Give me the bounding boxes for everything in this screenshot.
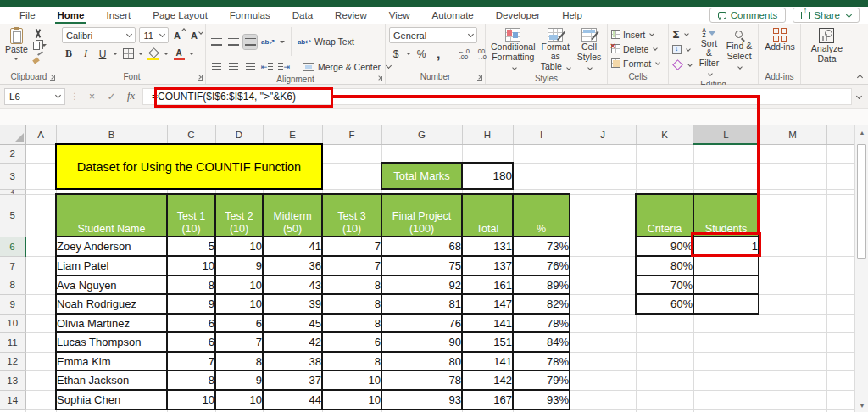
cell-K8[interactable]: 70% [636,276,693,294]
cell-J13[interactable] [570,370,636,390]
align-center-button[interactable] [226,59,240,74]
font-size-select[interactable]: 11 [139,27,169,43]
row-header-8[interactable]: 8 [0,276,25,294]
tab-developer[interactable]: Developer [485,7,551,24]
dialog-launcher-icon[interactable] [198,75,203,81]
comments-button[interactable]: Comments [709,8,787,23]
analyze-data-button[interactable]: Analyze Data [810,26,844,65]
cell-N11[interactable] [826,332,855,352]
row-header-6[interactable]: 6 [0,237,25,256]
cell-A2[interactable] [25,144,56,163]
cell-C10[interactable]: 6 [167,314,215,332]
cell-K3[interactable] [636,163,693,189]
cell-D11[interactable]: 7 [215,332,263,352]
cell-M6[interactable] [759,237,826,256]
tab-help[interactable]: Help [551,7,593,24]
cell-A14[interactable] [25,390,56,409]
cell-I7[interactable]: 76% [513,256,570,276]
cell-N14[interactable] [826,390,855,409]
header-final-project[interactable]: Final Project(100) [381,194,462,237]
increase-decimal-button[interactable]: ←.0.00 [457,47,470,61]
format-cells-button[interactable]: Format [611,57,659,70]
tab-home[interactable]: Home [47,7,96,24]
cell-G10[interactable]: 76 [381,314,462,332]
cell-J2[interactable] [570,144,636,163]
header-percent[interactable]: % [513,194,570,237]
cell-M5[interactable] [759,194,826,237]
tab-page-layout[interactable]: Page Layout [142,7,219,24]
cell-K10[interactable] [636,314,693,332]
cell-L11[interactable] [693,332,759,352]
cell-M8[interactable] [759,276,826,294]
cell-B10[interactable]: Olivia Martinez [56,314,167,332]
cell-G9[interactable]: 81 [381,294,462,314]
cell-H2[interactable] [462,144,513,163]
cell-M13[interactable] [759,370,826,390]
cell-J9[interactable] [570,294,636,314]
row-header-7[interactable]: 7 [0,256,25,276]
cell-D14[interactable]: 10 [215,390,263,409]
cell-K6[interactable]: 90% [636,237,693,256]
cell-A7[interactable] [25,256,56,276]
cell-I12[interactable]: 78% [513,352,570,370]
row-header-9[interactable]: 9 [0,294,25,314]
cell-A6[interactable] [25,237,56,256]
cell-D9[interactable]: 10 [215,294,263,314]
cell-E14[interactable]: 44 [263,390,322,409]
title-banner-cell[interactable]: Dataset for Using the COUNTIF Function [56,144,322,189]
align-bottom-button[interactable] [243,35,257,49]
cell-C14[interactable]: 10 [167,390,215,409]
dialog-launcher-icon[interactable] [477,75,482,81]
cell-E11[interactable]: 42 [263,332,322,352]
dialog-launcher-icon[interactable] [377,76,382,81]
column-header-I[interactable]: I [513,125,570,144]
cell-E12[interactable]: 38 [263,352,322,370]
cell-L7[interactable] [693,256,759,276]
column-header-C[interactable]: C [167,125,215,144]
decrease-indent-button[interactable]: ⇤ [260,59,274,74]
wrap-text-button[interactable]: ab↩Wrap Text [298,36,354,47]
cell-J14[interactable] [570,390,636,409]
enter-icon[interactable]: ✓ [103,91,120,103]
cell-B11[interactable]: Lucas Thompson [56,332,167,352]
cell-I14[interactable]: 93% [513,390,570,409]
cell-H7[interactable]: 137 [462,256,513,276]
cell-B7[interactable]: Liam Patel [56,256,167,276]
cell-C6[interactable]: 5 [167,237,215,256]
cell-K2[interactable] [636,144,693,163]
cell-G12[interactable]: 80 [381,352,462,370]
row-header-3[interactable]: 3 [0,163,25,189]
cell-M3[interactable] [759,163,826,189]
tab-file[interactable]: File [8,7,47,24]
cell-A8[interactable] [25,276,56,294]
cell-N3[interactable] [826,163,855,189]
header-student-name[interactable]: Student Name [56,194,167,237]
cell-C11[interactable]: 6 [167,332,215,352]
align-right-button[interactable] [243,59,257,74]
cell-C9[interactable]: 9 [167,294,215,314]
cell-N7[interactable] [826,256,855,276]
cell-N6[interactable] [826,237,855,256]
cell-E13[interactable]: 37 [263,370,322,390]
cell-H8[interactable]: 161 [462,276,513,294]
cell-G2[interactable] [381,144,462,163]
cell-K14[interactable] [636,390,693,409]
sort-filter-button[interactable]: AZ Sort & Filter [695,26,723,79]
cell-G11[interactable]: 90 [381,332,462,352]
cell-H13[interactable]: 142 [462,370,513,390]
addins-button[interactable]: Add-ins [763,26,797,53]
cell-C13[interactable]: 8 [167,370,215,390]
cell-L13[interactable] [693,370,759,390]
cell-E10[interactable]: 45 [263,314,322,332]
cut-scissors-icon[interactable] [33,29,43,39]
row-header-11[interactable]: 11 [0,332,25,352]
cell-J5[interactable] [570,194,636,237]
name-box[interactable]: L6 [4,88,65,105]
insert-function-icon[interactable]: fx [123,90,139,103]
font-color-button[interactable]: A [172,47,186,61]
column-header-D[interactable]: D [215,125,263,144]
borders-button[interactable] [121,47,135,61]
row-header-13[interactable]: 13 [0,370,25,390]
cell-N5[interactable] [826,194,855,237]
column-header-J[interactable]: J [570,125,636,144]
